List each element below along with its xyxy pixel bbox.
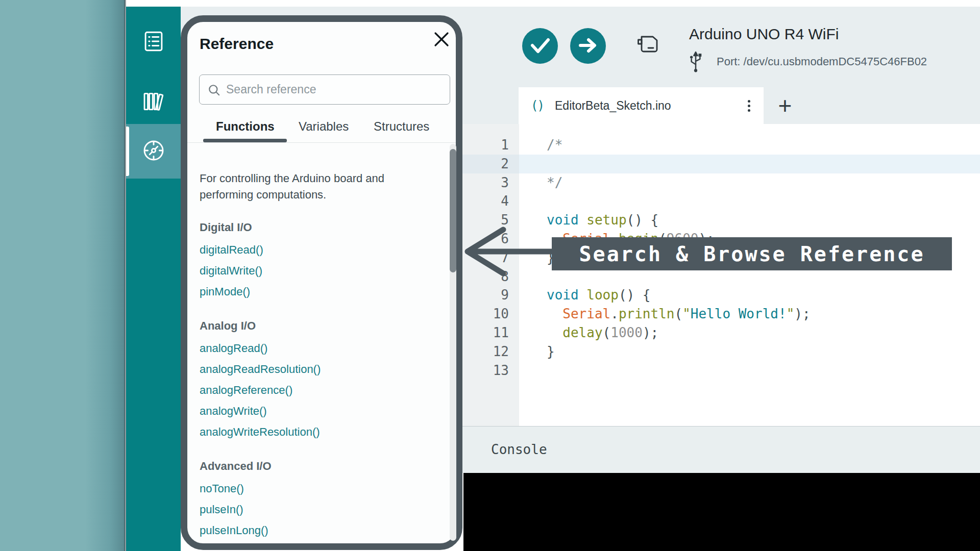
reference-panel-title: Reference — [200, 35, 274, 53]
reference-section: Advanced I/OnoTone()pulseIn()pulseInLong… — [200, 459, 449, 538]
reference-description: For controlling the Arduino board and pe… — [200, 170, 424, 203]
code-line: Serial.println("Hello World!"); — [547, 305, 811, 323]
reference-link[interactable]: analogWriteResolution() — [200, 425, 320, 439]
reference-link[interactable]: digitalRead() — [200, 243, 263, 257]
sidebar-item-reference[interactable] — [126, 124, 181, 179]
sketchbook-icon — [142, 30, 165, 55]
kebab-menu-icon[interactable] — [744, 96, 753, 115]
console-label: Console — [491, 427, 547, 473]
reference-section-heading: Advanced I/O — [200, 459, 449, 473]
reference-panel: Reference Functions Variables Structures… — [181, 15, 462, 550]
editor-tab[interactable]: () EditorBeta_Sketch.ino — [519, 87, 764, 124]
line-number: 4 — [462, 192, 519, 211]
usb-icon — [688, 50, 704, 76]
tab-structures[interactable]: Structures — [374, 119, 429, 134]
code-line: delay(1000); — [547, 323, 811, 342]
code-line: void setup() { — [547, 211, 811, 230]
annotation-label: Search & Browse Reference — [552, 237, 952, 270]
search-input[interactable] — [226, 76, 440, 103]
reference-link[interactable]: analogReference() — [200, 383, 292, 397]
page-background-column — [0, 0, 125, 551]
line-number: 3 — [462, 173, 519, 192]
library-icon — [141, 90, 166, 115]
code-line: void loop() { — [547, 286, 811, 305]
console-output[interactable] — [463, 473, 980, 551]
verify-button[interactable] — [522, 28, 558, 64]
sidebar — [126, 7, 181, 551]
reference-link[interactable]: noTone() — [200, 482, 244, 496]
reference-link[interactable]: analogReadResolution() — [200, 362, 321, 377]
device-icon[interactable] — [636, 34, 660, 57]
reference-section-heading: Digital I/O — [200, 220, 449, 235]
reference-list[interactable]: For controlling the Arduino board and pe… — [187, 143, 449, 542]
top-band — [126, 0, 980, 7]
console-header[interactable]: Console — [462, 427, 980, 473]
code-line — [547, 192, 811, 211]
line-number: 2 — [462, 155, 519, 173]
line-number: 1 — [462, 136, 519, 155]
reference-link[interactable]: pulseIn() — [200, 503, 243, 517]
reference-section-heading: Analog I/O — [200, 319, 449, 333]
line-number: 13 — [462, 361, 519, 380]
close-icon — [430, 44, 453, 52]
sidebar-item-library[interactable] — [126, 74, 181, 131]
tab-functions[interactable]: Functions — [216, 119, 275, 134]
tab-filename: EditorBeta_Sketch.ino — [555, 87, 671, 124]
code-line: */ — [547, 173, 811, 192]
code-line: } — [547, 342, 811, 361]
reference-link[interactable]: pulseInLong() — [200, 523, 268, 538]
reference-search-box — [199, 74, 450, 105]
code-line — [547, 155, 811, 173]
board-name[interactable]: Arduino UNO R4 WiFi — [689, 24, 839, 44]
code-line: /* — [547, 136, 811, 155]
code-line — [547, 361, 811, 380]
reference-compass-icon — [141, 138, 166, 165]
new-tab-button[interactable]: + — [773, 93, 797, 118]
search-icon — [208, 84, 221, 99]
active-tab-underline — [203, 139, 287, 142]
reference-section: Digital I/OdigitalRead()digitalWrite()pi… — [200, 220, 449, 299]
line-number: 11 — [462, 323, 519, 342]
reference-link[interactable]: analogRead() — [200, 341, 267, 356]
line-number: 10 — [462, 305, 519, 323]
port-label: Port: /dev/cu.usbmodemDC5475C46FB02 — [717, 54, 927, 69]
scrollbar-thumb[interactable] — [450, 149, 456, 272]
annotation-arrow-icon — [457, 217, 559, 290]
close-button[interactable] — [430, 28, 453, 51]
reference-link[interactable]: pinMode() — [200, 285, 250, 299]
reference-link[interactable]: digitalWrite() — [200, 264, 262, 278]
reference-link[interactable]: analogWrite() — [200, 404, 267, 418]
reference-section: Analog I/OanalogRead()analogReadResoluti… — [200, 319, 449, 439]
upload-button[interactable] — [570, 28, 606, 64]
tab-variables[interactable]: Variables — [299, 119, 349, 134]
sidebar-item-sketchbook[interactable] — [126, 14, 181, 70]
arrow-right-icon — [570, 28, 606, 65]
line-number: 12 — [462, 342, 519, 361]
check-icon — [522, 28, 558, 65]
sketch-file-icon: () — [531, 87, 544, 124]
selected-indicator — [126, 127, 129, 176]
